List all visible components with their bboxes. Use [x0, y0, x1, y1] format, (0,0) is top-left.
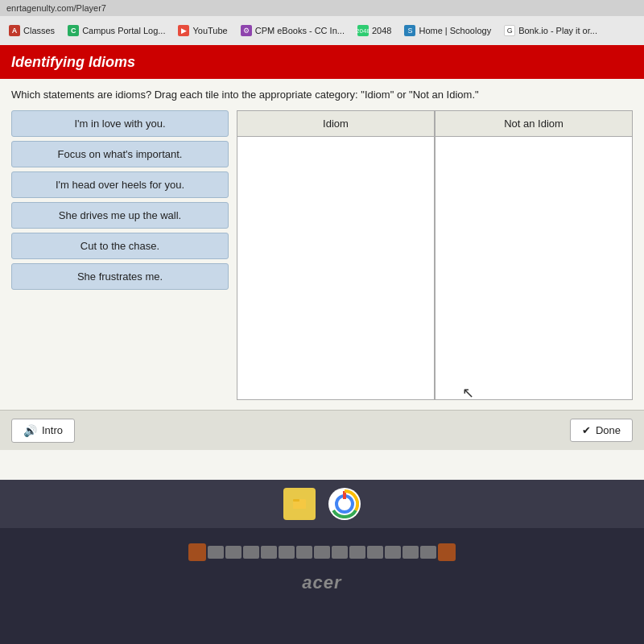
idiom-column[interactable]: Idiom: [237, 110, 435, 400]
address-bar: enrtagenulty.com/Player7: [0, 0, 644, 16]
intro-button[interactable]: 🔊 Intro: [11, 419, 75, 443]
address-text: enrtagenulty.com/Player7: [6, 3, 106, 13]
bookmark-icon-schoology: S: [404, 25, 415, 36]
svg-rect-1: [293, 499, 299, 502]
done-button[interactable]: ✔ Done: [570, 419, 633, 442]
bookmark-cpm[interactable]: ⚙ CPM eBooks - CC In...: [235, 20, 350, 41]
browser-chrome: enrtagenulty.com/Player7 A Classes C Cam…: [0, 0, 644, 45]
bookmark-campus[interactable]: C Campus Portal Log...: [62, 20, 171, 41]
bookmark-label-schoology: Home | Schoology: [419, 26, 491, 35]
laptop-bezel: acer: [0, 528, 644, 609]
nav-key-right: [438, 543, 456, 561]
bookmark-bonk[interactable]: G Bonk.io - Play it or...: [498, 20, 603, 41]
bookmark-icon-bonk: G: [504, 25, 515, 36]
page-title: Identifying Idioms: [11, 54, 135, 71]
bookmark-label-campus: Campus Portal Log...: [82, 26, 165, 35]
instructions-text: Which statements are idioms? Drag each t…: [11, 89, 633, 101]
screen-taskbar: [0, 480, 644, 528]
bookmark-label-youtube: YouTube: [192, 26, 227, 35]
bookmark-label-cpm: CPM eBooks - CC In...: [255, 26, 345, 35]
bookmark-classes[interactable]: A Classes: [3, 20, 60, 41]
not-idiom-column-body[interactable]: [436, 137, 632, 394]
acer-logo: acer: [302, 572, 341, 593]
nav-key-left: [188, 543, 206, 561]
bookmark-label-bonk: Bonk.io - Play it or...: [518, 26, 597, 35]
done-button-label: Done: [596, 424, 621, 436]
bookmark-icon-campus: C: [68, 25, 79, 36]
activity-container: Which statements are idioms? Drag each t…: [0, 79, 644, 410]
bookmarks-bar: A Classes C Campus Portal Log... ▶ YouTu…: [0, 16, 644, 45]
bookmark-icon-classes: A: [9, 25, 20, 36]
page-header: Identifying Idioms: [0, 45, 644, 79]
checkmark-icon: ✔: [582, 424, 591, 436]
tile-tile1[interactable]: I'm in love with you.: [11, 110, 229, 137]
bookmark-label-classes: Classes: [23, 26, 55, 35]
speaker-icon: 🔊: [23, 424, 37, 437]
drop-columns: Idiom Not an Idiom: [237, 110, 633, 400]
bookmark-icon-game2048: 2048: [357, 25, 369, 36]
tile-tile4[interactable]: She drives me up the wall.: [11, 202, 229, 229]
bookmark-icon-cpm: ⚙: [241, 25, 252, 36]
tile-tile3[interactable]: I'm head over heels for you.: [11, 171, 229, 198]
bookmark-icon-youtube: ▶: [178, 25, 189, 36]
not-idiom-column-header: Not an Idiom: [436, 111, 632, 137]
bookmark-label-game2048: 2048: [372, 26, 391, 35]
svg-point-5: [340, 499, 349, 509]
chrome-taskbar-icon[interactable]: [328, 488, 361, 520]
main-content: Identifying Idioms Which statements are …: [0, 45, 644, 480]
tile-tile5[interactable]: Cut to the chase.: [11, 233, 229, 259]
drag-area: I'm in love with you.Focus on what's imp…: [11, 110, 633, 400]
not-idiom-column[interactable]: Not an Idiom: [435, 110, 633, 400]
bookmark-game2048[interactable]: 2048 2048: [352, 20, 397, 41]
files-taskbar-icon[interactable]: [283, 488, 316, 520]
idiom-column-header: Idiom: [237, 111, 434, 137]
tiles-column: I'm in love with you.Focus on what's imp…: [11, 110, 229, 290]
bottom-bar: 🔊 Intro ✔ Done: [0, 410, 644, 450]
svg-rect-2: [293, 502, 306, 509]
keyboard-top-row: [188, 543, 456, 561]
tile-tile2[interactable]: Focus on what's important.: [11, 141, 229, 167]
bookmark-youtube[interactable]: ▶ YouTube: [172, 20, 233, 41]
tile-tile6[interactable]: She frustrates me.: [11, 263, 229, 290]
bookmark-schoology[interactable]: S Home | Schoology: [398, 20, 497, 41]
idiom-column-body[interactable]: [237, 137, 434, 394]
intro-button-label: Intro: [42, 424, 63, 436]
